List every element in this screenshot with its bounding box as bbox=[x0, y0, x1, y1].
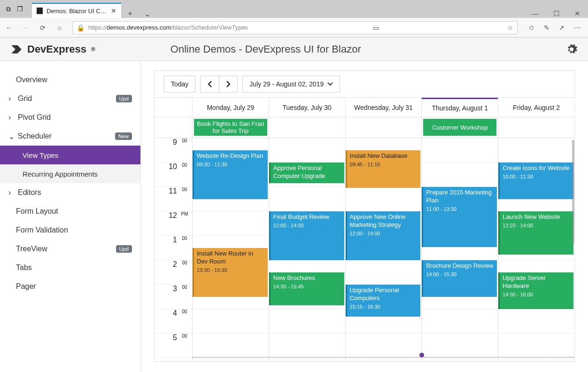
nav-scheduler[interactable]: ⌄SchedulerNew bbox=[0, 127, 140, 146]
scheduler-grid[interactable]: Monday, July 29Tuesday, July 30Wednesday… bbox=[155, 97, 574, 361]
time-label: 100 bbox=[155, 236, 192, 260]
close-tab-icon[interactable]: ✕ bbox=[111, 7, 116, 15]
calendar-event[interactable]: Upgrade Server Hardware14:30 - 16:00 bbox=[498, 272, 573, 309]
nav-treeview[interactable]: TreeViewUpd bbox=[0, 240, 140, 258]
time-label: 400 bbox=[155, 309, 192, 333]
allday-cell[interactable] bbox=[269, 117, 345, 138]
calendar-event[interactable]: Approve Personal Computer Upgrade bbox=[269, 163, 344, 183]
tabs-preview-icon[interactable]: ❐ bbox=[15, 4, 24, 14]
time-label: 1000 bbox=[155, 163, 192, 187]
time-label: 500 bbox=[155, 333, 192, 358]
sidebar: Overview ›GridUpd ›Pivot Grid ⌄Scheduler… bbox=[0, 61, 141, 372]
scheduler-toolbar: Today July 29 - August 02, 2019 bbox=[155, 71, 574, 97]
calendar-event[interactable]: New Brochures14:30 - 15:45 bbox=[269, 272, 344, 305]
calendar-event[interactable]: Install New Database09:45 - 11:15 bbox=[346, 150, 421, 188]
time-label: 300 bbox=[155, 285, 192, 309]
time-label: 900 bbox=[155, 138, 192, 163]
refresh-button[interactable]: ⟳ bbox=[39, 23, 47, 32]
day-column[interactable]: Prepare 2015 Marketing Plan11:00 - 13:30… bbox=[421, 138, 498, 361]
day-header[interactable]: Monday, July 29 bbox=[192, 98, 269, 117]
day-column[interactable]: Approve Personal Computer UpgradeFinal B… bbox=[269, 138, 345, 361]
day-header[interactable]: Thursday, August 1 bbox=[421, 98, 498, 117]
page-header: DevExpress® Online Demos - DevExpress UI… bbox=[0, 38, 588, 61]
tab-title: Demos: Blazor UI Comp bbox=[46, 8, 107, 15]
url-input[interactable]: 🔒 https://demos.devexpress.com/blazor/Sc… bbox=[72, 21, 518, 34]
time-label: 200 bbox=[155, 260, 192, 285]
favorite-button[interactable]: ☆ bbox=[507, 24, 513, 31]
calendar-event[interactable]: Brochure Design Review14:00 - 15:30 bbox=[422, 260, 497, 297]
brand-logo[interactable]: DevExpress® bbox=[10, 43, 95, 55]
day-header[interactable]: Wednesday, July 31 bbox=[345, 98, 422, 117]
new-tab-button[interactable]: ＋ bbox=[121, 9, 139, 18]
nav-form-layout[interactable]: Form Layout bbox=[0, 202, 140, 221]
nav-editors[interactable]: ›Editors bbox=[0, 183, 140, 202]
nav-view-types[interactable]: View Types bbox=[0, 146, 140, 164]
lock-icon: 🔒 bbox=[77, 24, 85, 31]
browser-tab[interactable]: Demos: Blazor UI Comp ✕ bbox=[32, 3, 121, 18]
page-title: Online Demos - DevExpress UI for Blazor bbox=[170, 43, 361, 55]
minimize-button[interactable]: — bbox=[525, 9, 546, 17]
calendar-event[interactable]: Approve New Online Marketing Strategy12:… bbox=[346, 211, 421, 260]
share-icon[interactable]: ↗ bbox=[559, 24, 565, 31]
day-header[interactable]: Friday, August 2 bbox=[498, 98, 574, 117]
back-button[interactable]: ← bbox=[5, 23, 13, 32]
settings-icon[interactable] bbox=[565, 43, 578, 55]
time-label: 1100 bbox=[155, 187, 192, 211]
next-button[interactable] bbox=[219, 76, 238, 93]
today-button[interactable]: Today bbox=[164, 76, 195, 93]
day-header[interactable]: Tuesday, July 30 bbox=[269, 98, 345, 117]
allday-cell[interactable] bbox=[498, 117, 574, 138]
time-label: 12PM bbox=[155, 211, 192, 236]
scrollbar[interactable] bbox=[572, 140, 574, 243]
reading-view-icon[interactable]: ▭ bbox=[373, 24, 379, 31]
calendar-event[interactable]: Final Budget Review12:00 - 14:00 bbox=[269, 211, 344, 260]
nav-grid[interactable]: ›GridUpd bbox=[0, 89, 140, 108]
calendar-event[interactable]: Upgrade Personal Computers15:15 - 16:30 bbox=[346, 285, 421, 317]
chevron-down-icon bbox=[327, 82, 333, 86]
tabs-chevron-icon[interactable]: ⌄ bbox=[139, 10, 156, 18]
nav-form-validation[interactable]: Form Validation bbox=[0, 221, 140, 240]
nav-pager[interactable]: Pager bbox=[0, 277, 140, 296]
calendar-event[interactable]: Launch New Website12:20 - 14:00 bbox=[498, 211, 573, 255]
day-column[interactable]: Create Icons for Website10:00 - 11:30Lau… bbox=[498, 138, 574, 361]
address-bar: ← → ⟳ ⌂ 🔒 https://demos.devexpress.com/b… bbox=[0, 18, 588, 38]
forward-button: → bbox=[22, 23, 30, 32]
nav-recurring[interactable]: Recurring Appointments bbox=[0, 164, 140, 183]
nav-overview[interactable]: Overview bbox=[0, 70, 140, 89]
devexpress-logo-icon bbox=[10, 43, 23, 55]
calendar-event[interactable]: Website Re-Design Plan09:30 - 11:30 bbox=[193, 150, 268, 199]
allday-cell[interactable] bbox=[345, 117, 422, 138]
nav-pivot-grid[interactable]: ›Pivot Grid bbox=[0, 108, 140, 127]
nav-tabs[interactable]: Tabs bbox=[0, 258, 140, 277]
calendar-event[interactable]: Prepare 2015 Marketing Plan11:00 - 13:30 bbox=[422, 187, 497, 247]
day-column[interactable]: Website Re-Design Plan09:30 - 11:30Insta… bbox=[192, 138, 269, 361]
favorites-icon[interactable]: ✩ bbox=[529, 24, 534, 31]
date-range-dropdown[interactable]: July 29 - August 02, 2019 bbox=[242, 76, 340, 93]
allday-event[interactable]: Book Flights to San Fran for Sales Trip bbox=[194, 119, 267, 136]
tabs-aside-icon[interactable]: ⧉ bbox=[4, 4, 13, 14]
allday-cell[interactable]: Book Flights to San Fran for Sales Trip bbox=[192, 117, 269, 138]
day-column[interactable]: Install New Database09:45 - 11:15Approve… bbox=[345, 138, 422, 361]
allday-event[interactable]: Customer Workshop bbox=[423, 119, 496, 136]
calendar-event[interactable]: Create Icons for Website10:00 - 11:30 bbox=[498, 163, 573, 199]
allday-cell[interactable]: Customer Workshop bbox=[421, 117, 498, 138]
maximize-button[interactable]: ☐ bbox=[546, 9, 567, 18]
titlebar: ⧉ ❐ Demos: Blazor UI Comp ✕ ＋ ⌄ — ☐ ✕ bbox=[0, 0, 588, 18]
close-window-button[interactable]: ✕ bbox=[567, 9, 588, 18]
scheduler-card: Today July 29 - August 02, 2019 Monday, … bbox=[154, 70, 575, 362]
notes-icon[interactable]: ✎ bbox=[544, 24, 549, 31]
more-icon[interactable]: ⋯ bbox=[574, 24, 580, 31]
home-button[interactable]: ⌂ bbox=[55, 23, 64, 32]
calendar-event[interactable]: Install New Router in Dev Room13:30 - 15… bbox=[193, 248, 268, 297]
url-text: https://demos.devexpress.com/blazor/Sche… bbox=[88, 24, 248, 31]
prev-button[interactable] bbox=[200, 76, 219, 93]
